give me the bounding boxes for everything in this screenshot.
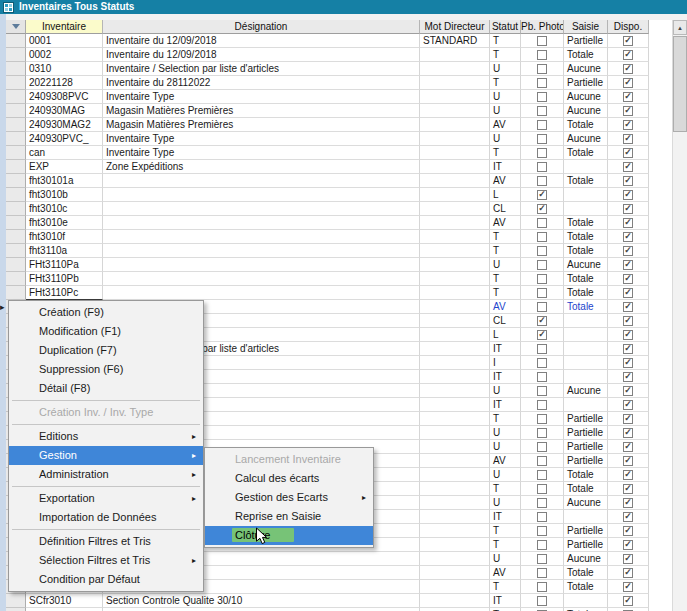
- cell-statut[interactable]: U: [490, 104, 521, 118]
- cell-designation[interactable]: [103, 258, 420, 272]
- pb-photo-checkbox[interactable]: [537, 50, 547, 60]
- dispo-checkbox[interactable]: [623, 456, 633, 466]
- row-selector[interactable]: [6, 62, 26, 76]
- menu-item-condition-par-defaut[interactable]: Condition par Défaut: [9, 570, 203, 589]
- cell-mot-directeur[interactable]: [420, 426, 490, 440]
- dispo-checkbox[interactable]: [623, 498, 633, 508]
- cell-mot-directeur[interactable]: [420, 258, 490, 272]
- pb-photo-checkbox[interactable]: [537, 512, 547, 522]
- menu-item-gestion-des-ecarts[interactable]: Gestion des Ecarts ▸: [205, 488, 373, 507]
- cell-designation[interactable]: [103, 216, 420, 230]
- cell-mot-directeur[interactable]: [420, 118, 490, 132]
- cell-mot-directeur[interactable]: [420, 510, 490, 524]
- cell-saisie[interactable]: Totale: [564, 118, 608, 132]
- table-row[interactable]: 20221128 Inventaire du 28112022 T Partie…: [6, 76, 649, 90]
- table-row[interactable]: EXP Zone Expéditions IT: [6, 160, 649, 174]
- cell-designation[interactable]: Inventaire du 28112022: [103, 76, 420, 90]
- pb-photo-checkbox[interactable]: [537, 274, 547, 284]
- row-selector[interactable]: [6, 286, 26, 300]
- cell-mot-directeur[interactable]: [420, 370, 490, 384]
- cell-mot-directeur[interactable]: STANDARD: [420, 34, 490, 48]
- dispo-checkbox[interactable]: [623, 36, 633, 46]
- cell-saisie[interactable]: Totale: [564, 48, 608, 62]
- pb-photo-checkbox[interactable]: [537, 64, 547, 74]
- cell-saisie[interactable]: Aucune: [564, 384, 608, 398]
- cell-saisie[interactable]: Totale: [564, 566, 608, 580]
- cell-statut[interactable]: T: [490, 76, 521, 90]
- table-row[interactable]: 240930PVC_ Inventaire Type U Aucune: [6, 132, 649, 146]
- pb-photo-checkbox[interactable]: [537, 176, 547, 186]
- cell-inventaire[interactable]: fht3010c: [26, 202, 103, 216]
- row-selector[interactable]: [6, 216, 26, 230]
- row-selector[interactable]: [6, 230, 26, 244]
- cell-inventaire[interactable]: fht3010f: [26, 230, 103, 244]
- cell-saisie[interactable]: Partielle: [564, 412, 608, 426]
- cell-statut[interactable]: IT: [490, 398, 521, 412]
- cell-mot-directeur[interactable]: [420, 524, 490, 538]
- cell-statut[interactable]: IT: [490, 510, 521, 524]
- cell-mot-directeur[interactable]: [420, 202, 490, 216]
- cell-statut[interactable]: T: [490, 538, 521, 552]
- cell-inventaire[interactable]: can: [26, 146, 103, 160]
- cell-inventaire[interactable]: SCfr3010: [26, 594, 103, 608]
- cell-designation[interactable]: Inventaire du 12/09/2018: [103, 48, 420, 62]
- cell-statut[interactable]: IT: [490, 594, 521, 608]
- cell-inventaire[interactable]: FHt3110Pa: [26, 258, 103, 272]
- cell-inventaire[interactable]: 0002: [26, 48, 103, 62]
- cell-mot-directeur[interactable]: [420, 62, 490, 76]
- menu-item-modification-f1[interactable]: Modification (F1): [9, 322, 203, 341]
- dispo-checkbox[interactable]: [623, 526, 633, 536]
- dispo-checkbox[interactable]: [623, 274, 633, 284]
- pb-photo-checkbox[interactable]: [537, 414, 547, 424]
- pb-photo-checkbox[interactable]: [537, 596, 547, 606]
- cell-saisie[interactable]: Totale: [564, 244, 608, 258]
- dispo-checkbox[interactable]: [623, 50, 633, 60]
- cell-mot-directeur[interactable]: [420, 580, 490, 594]
- row-selector[interactable]: [6, 118, 26, 132]
- scroll-up-button[interactable]: ▲: [673, 20, 687, 35]
- cell-inventaire[interactable]: 0001: [26, 34, 103, 48]
- menu-item-creation-f9[interactable]: Création (F9): [9, 303, 203, 322]
- menu-item-reprise-en-saisie[interactable]: Reprise en Saisie: [205, 507, 373, 526]
- pb-photo-checkbox[interactable]: [537, 386, 547, 396]
- table-row[interactable]: fht3010f T Totale: [6, 230, 649, 244]
- cell-saisie[interactable]: Partielle: [564, 76, 608, 90]
- cell-mot-directeur[interactable]: [420, 104, 490, 118]
- cell-saisie[interactable]: Partielle: [564, 524, 608, 538]
- cell-saisie[interactable]: Aucune: [564, 132, 608, 146]
- cell-statut[interactable]: AV: [490, 300, 521, 314]
- cell-mot-directeur[interactable]: [420, 398, 490, 412]
- cell-saisie[interactable]: [564, 370, 608, 384]
- cell-saisie[interactable]: Totale: [564, 230, 608, 244]
- table-row[interactable]: fht3010c CL: [6, 202, 649, 216]
- cell-mot-directeur[interactable]: [420, 342, 490, 356]
- dispo-checkbox[interactable]: [623, 512, 633, 522]
- dispo-checkbox[interactable]: [623, 582, 633, 592]
- dispo-checkbox[interactable]: [623, 106, 633, 116]
- menu-item-cloture[interactable]: Clôture: [205, 526, 373, 545]
- table-row[interactable]: FHt3110Pa U Aucune: [6, 258, 649, 272]
- cell-designation[interactable]: Magasin Matières Premières: [103, 104, 420, 118]
- cell-inventaire[interactable]: fht3110a: [26, 244, 103, 258]
- cell-statut[interactable]: I: [490, 356, 521, 370]
- cell-statut[interactable]: IT: [490, 370, 521, 384]
- cell-mot-directeur[interactable]: [420, 566, 490, 580]
- pb-photo-checkbox[interactable]: [537, 358, 547, 368]
- cell-saisie[interactable]: [564, 594, 608, 608]
- cell-mot-directeur[interactable]: [420, 384, 490, 398]
- cell-mot-directeur[interactable]: [420, 468, 490, 482]
- cell-mot-directeur[interactable]: [420, 90, 490, 104]
- cell-mot-directeur[interactable]: [420, 496, 490, 510]
- pb-photo-checkbox[interactable]: [537, 246, 547, 256]
- cell-saisie[interactable]: [564, 342, 608, 356]
- cell-saisie[interactable]: Totale: [564, 174, 608, 188]
- cell-mot-directeur[interactable]: [420, 300, 490, 314]
- pb-photo-checkbox[interactable]: [537, 302, 547, 312]
- cell-saisie[interactable]: [564, 188, 608, 202]
- column-header-inventaire[interactable]: Inventaire: [26, 20, 103, 34]
- cell-designation[interactable]: Inventaire Type: [103, 146, 420, 160]
- cell-designation[interactable]: Magasin Matières Premières: [103, 118, 420, 132]
- cell-designation[interactable]: Inventaire Type: [103, 132, 420, 146]
- cell-saisie[interactable]: [564, 398, 608, 412]
- dispo-checkbox[interactable]: [623, 162, 633, 172]
